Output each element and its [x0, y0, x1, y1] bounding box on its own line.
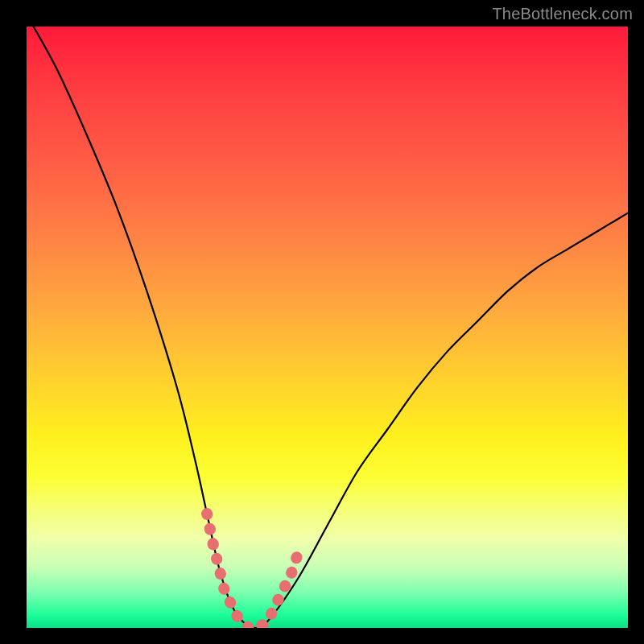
bottleneck-curve — [27, 27, 628, 628]
watermark-text: TheBottleneck.com — [492, 5, 633, 23]
chart-frame: TheBottleneck.com — [0, 0, 644, 644]
curve-layer — [27, 27, 628, 628]
plot-area — [27, 27, 628, 628]
highlight-markers — [207, 514, 297, 628]
